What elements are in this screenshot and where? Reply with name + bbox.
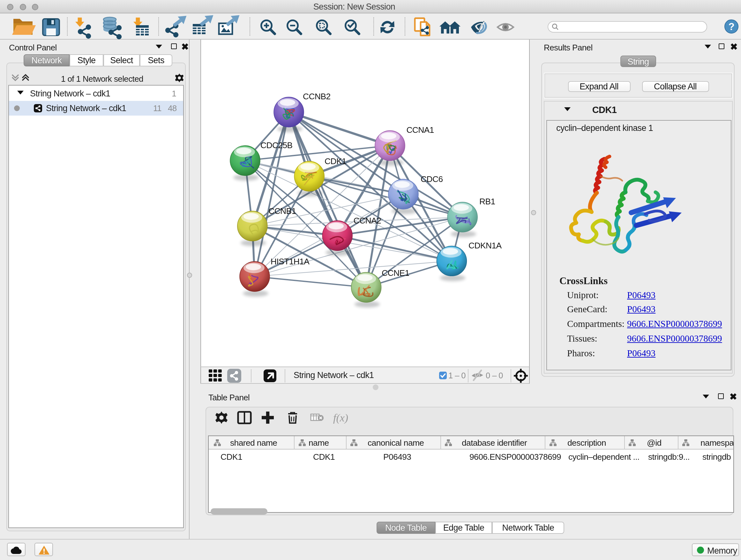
svg-text:1 – 0: 1 – 0 xyxy=(448,371,466,380)
svg-text:name: name xyxy=(308,438,329,447)
svg-text:HIST1H1A: HIST1H1A xyxy=(271,257,310,266)
svg-text:CDC6: CDC6 xyxy=(421,174,443,184)
svg-text:CCNE1: CCNE1 xyxy=(382,268,409,278)
svg-text:?: ? xyxy=(729,21,734,32)
svg-text:CCNA1: CCNA1 xyxy=(406,125,434,135)
svg-text:database identifier: database identifier xyxy=(461,438,527,447)
svg-text:@id: @id xyxy=(647,438,661,447)
svg-text:CDKN1A: CDKN1A xyxy=(468,241,502,250)
svg-text:shared name: shared name xyxy=(230,438,277,447)
svg-text:description: description xyxy=(567,438,606,447)
svg-text:CCNB2: CCNB2 xyxy=(303,91,330,101)
svg-text:CDC25B: CDC25B xyxy=(260,140,293,150)
svg-text:RB1: RB1 xyxy=(479,197,495,206)
svg-text:f(x): f(x) xyxy=(333,412,348,424)
svg-text:CCNB1: CCNB1 xyxy=(268,206,296,216)
svg-text:namespace: namespace xyxy=(700,438,733,447)
svg-text:0 – 0: 0 – 0 xyxy=(486,371,503,380)
svg-text:CDK1: CDK1 xyxy=(325,157,346,166)
svg-text:CCNA2: CCNA2 xyxy=(354,216,381,226)
svg-text:canonical name: canonical name xyxy=(367,438,423,447)
